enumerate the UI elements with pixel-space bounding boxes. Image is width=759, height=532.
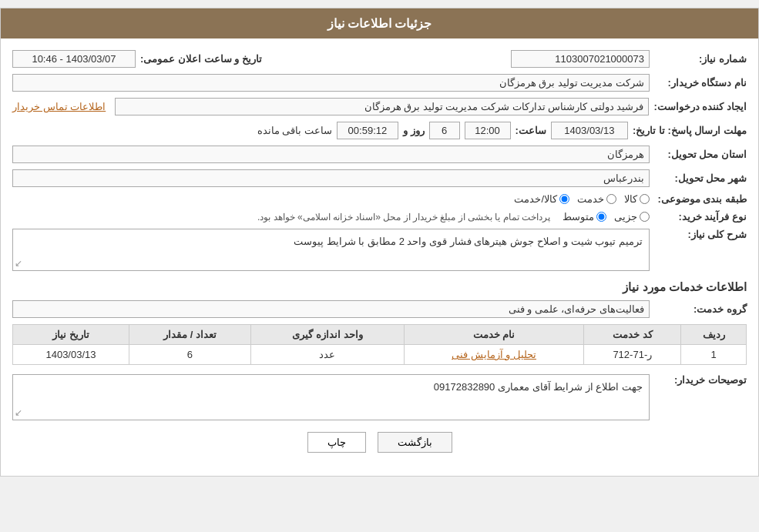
purchase-type-note: پرداخت تمام یا بخشی از مبلغ خریدار از مح… (257, 212, 550, 223)
cell-unit: عدد (250, 345, 404, 365)
purchase-type-label: نوع فرآیند خرید: (654, 211, 747, 223)
category-option-kala-khedmat[interactable]: کالا/خدمت (514, 193, 569, 205)
col-quantity: تعداد / مقدار (129, 325, 251, 345)
purchase-type-jozi[interactable]: جزیی (614, 211, 650, 223)
deadline-days-label: روز و (403, 125, 425, 136)
table-row: 1 ر-71-712 تحلیل و آزمایش فنی عدد 6 1403… (13, 345, 747, 365)
contact-link[interactable]: اطلاعات تماس خریدار (12, 101, 106, 112)
buyer-notes-value: جهت اطلاع از شرایط آقای معماری 091728328… (12, 374, 650, 420)
announce-label: تاریخ و ساعت اعلان عمومی: (140, 53, 262, 65)
deadline-remaining-label: ساعت باقی مانده (257, 125, 332, 136)
buyer-org-label: نام دستگاه خریدار: (654, 77, 747, 89)
creator-label: ایجاد کننده درخواست: (653, 101, 747, 112)
col-unit: واحد اندازه گیری (250, 325, 404, 345)
need-number-value: 1103007021000073 (511, 50, 650, 68)
city-value: بندرعباس (12, 169, 650, 187)
category-label: طبقه بندی موضوعی: (654, 193, 747, 205)
deadline-label: مهلت ارسال پاسخ: تا تاریخ: (633, 125, 747, 136)
description-value: ترمیم تیوب شیت و اصلاح جوش هیترهای فشار … (12, 229, 650, 271)
cell-name[interactable]: تحلیل و آزمایش فنی (404, 345, 583, 365)
cell-row: 1 (681, 345, 747, 365)
service-group-label: گروه خدمت: (654, 303, 747, 315)
city-label: شهر محل تحویل: (654, 172, 747, 184)
cell-quantity: 6 (129, 345, 251, 365)
col-name: نام خدمت (404, 325, 583, 345)
deadline-date: 1403/03/13 (551, 122, 628, 139)
deadline-time-label: ساعت: (516, 125, 546, 136)
page-title: جزئیات اطلاعات نیاز (1, 8, 758, 38)
description-label: شرح کلی نیاز: (654, 229, 747, 240)
deadline-time: 12:00 (465, 122, 511, 139)
deadline-days: 6 (429, 122, 460, 139)
cell-date: 1403/03/13 (13, 345, 129, 365)
category-option-kala[interactable]: کالا (624, 193, 650, 205)
creator-value: فرشید دولتی کارشناس تدارکات شرکت مدیریت … (115, 98, 649, 115)
province-label: استان محل تحویل: (654, 149, 747, 160)
purchase-type-motavasset[interactable]: متوسط (563, 211, 606, 223)
col-code: کد خدمت (584, 325, 681, 345)
announce-value: 1403/03/07 - 10:46 (12, 50, 136, 68)
category-radio-group: کالا خدمت کالا/خدمت (514, 193, 650, 205)
back-button[interactable]: بازگشت (378, 432, 452, 453)
purchase-type-radio-group: جزیی متوسط (563, 211, 650, 223)
cell-code: ر-71-712 (584, 345, 681, 365)
deadline-remaining: 00:59:12 (337, 122, 398, 139)
col-row: ردیف (681, 325, 747, 345)
buyer-org-value: شرکت مدیریت تولید برق هرمزگان (12, 74, 650, 92)
print-button[interactable]: چاپ (307, 432, 366, 453)
buyer-notes-label: توصیحات خریدار: (654, 374, 747, 386)
province-value: هرمزگان (12, 146, 650, 163)
col-date: تاریخ نیاز (13, 325, 129, 345)
services-table: ردیف کد خدمت نام خدمت واحد اندازه گیری ت… (12, 324, 747, 365)
service-section-title: اطلاعات خدمات مورد نیاز (12, 280, 747, 294)
need-number-label: شماره نیاز: (654, 53, 747, 65)
service-group-value: فعالیت‌های حرفه‌ای، علمی و فنی (12, 300, 650, 318)
category-option-khedmat[interactable]: خدمت (577, 193, 616, 205)
